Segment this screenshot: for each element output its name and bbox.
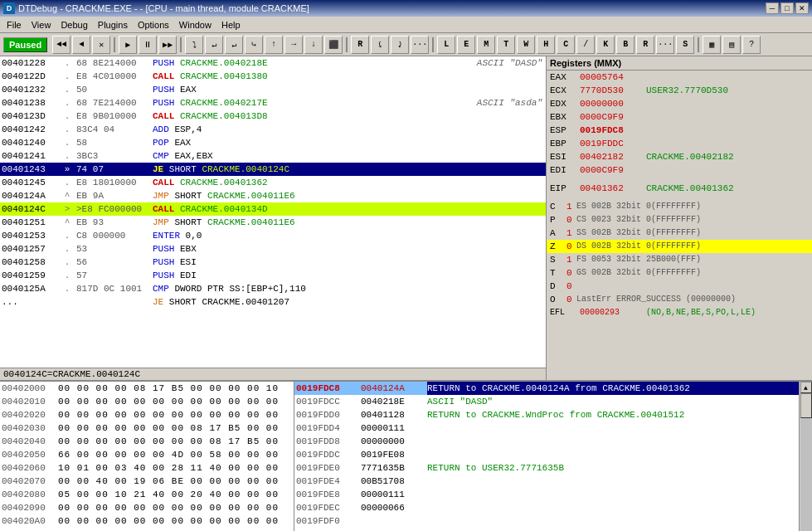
window-title: DTDebug - CRACKME.EXE - - [CPU - main th… bbox=[18, 3, 766, 13]
tb-btn-T[interactable]: T bbox=[497, 36, 515, 54]
tb-btn-B[interactable]: B bbox=[616, 36, 635, 54]
table-row[interactable]: ... JE SHORT CRACKME.00401207 bbox=[0, 295, 546, 309]
stack-row[interactable]: 0019FDF0 bbox=[294, 514, 799, 528]
scroll-up-button[interactable]: ▲ bbox=[800, 382, 812, 393]
menu-view[interactable]: View bbox=[27, 18, 56, 32]
tb-btn-up[interactable]: ↑ bbox=[265, 36, 283, 54]
table-row[interactable]: 00401240 . 58 POP EAX bbox=[0, 136, 546, 149]
table-row[interactable]: 0040124A ^ EB 9A JMP SHORT CRACKME.00401… bbox=[0, 189, 546, 202]
scroll-track[interactable] bbox=[800, 393, 812, 531]
stack-row[interactable]: 0019FDE8 00000111 bbox=[294, 488, 799, 501]
tb-btn-step-in[interactable]: ⤵ bbox=[185, 36, 203, 54]
hex-row[interactable]: 00402030 00 00 00 00 00 00 00 08 17 B5 0… bbox=[0, 421, 294, 435]
table-row[interactable]: 00401242 . 83C4 04 ADD ESP,4 bbox=[0, 123, 546, 136]
tb-btn-K[interactable]: K bbox=[596, 36, 615, 54]
stack-row[interactable]: 0019FDCC 0040218E ASCII "DASD" bbox=[294, 395, 799, 408]
tb-btn-rewind[interactable]: ◄◄ bbox=[52, 36, 71, 54]
tb-btn-back[interactable]: ◄ bbox=[72, 36, 90, 54]
tb-btn-pause[interactable]: ⏸ bbox=[139, 36, 157, 54]
table-row[interactable]: 00401232 . 50 PUSH EAX bbox=[0, 83, 546, 96]
table-row[interactable]: 00401228 . 68 8E214000 PUSH CRACKME.0040… bbox=[0, 56, 546, 70]
tb-btn-W[interactable]: W bbox=[517, 36, 535, 54]
reg-ebx: EBX 0000C9F9 bbox=[547, 110, 812, 124]
table-row-highlight[interactable]: 0040124C > >E8 FC000000 CALL CRACKME.004… bbox=[0, 202, 546, 216]
reg-esi: ESI 00402182 CRACKME.00402182 bbox=[547, 150, 812, 163]
stack-row[interactable]: 0019FDD4 00000111 bbox=[294, 421, 799, 435]
stack-panel: 0019FDC8 0040124A RETURN to CRACKME.0040… bbox=[294, 382, 799, 531]
tb-btn-C[interactable]: C bbox=[557, 36, 575, 54]
table-row[interactable]: 00401258 . 56 PUSH ESI bbox=[0, 256, 546, 269]
table-row[interactable]: 00401257 . 53 PUSH EBX bbox=[0, 242, 546, 256]
table-row[interactable]: 0040123D . E8 9B010000 CALL CRACKME.0040… bbox=[0, 110, 546, 123]
table-row-selected[interactable]: 00401243 » 74 07 JE SHORT CRACKME.004012… bbox=[0, 163, 546, 176]
stack-row[interactable]: 0019FDD0 00401128 RETURN to CRACKME.WndP… bbox=[294, 408, 799, 421]
tb-btn-S[interactable]: S bbox=[676, 36, 694, 54]
flag-t: T 0 GS 002B 32bit 0(FFFFFFFF) bbox=[547, 266, 812, 280]
table-row[interactable]: 0040125A . 817D 0C 1001 CMP DWORD PTR SS… bbox=[0, 282, 546, 295]
tb-btn-sq[interactable]: ⬛ bbox=[324, 36, 343, 54]
scroll-thumb[interactable] bbox=[800, 393, 812, 418]
menu-plugins[interactable]: Plugins bbox=[93, 18, 133, 32]
menu-file[interactable]: File bbox=[2, 18, 27, 32]
tb-btn-r[interactable]: R bbox=[351, 36, 369, 54]
stack-row[interactable]: 0019FDE0 7771635B RETURN to USER32.77716… bbox=[294, 461, 799, 475]
hex-row[interactable]: 00402070 00 00 40 00 19 06 BE 00 00 00 0… bbox=[0, 475, 294, 488]
table-row[interactable]: 0040122D . E8 4C010000 CALL CRACKME.0040… bbox=[0, 70, 546, 83]
tb-btn-H[interactable]: H bbox=[537, 36, 555, 54]
menu-bar: File View Debug Plugins Options Window H… bbox=[0, 17, 812, 33]
hex-row[interactable]: 00402040 00 00 00 00 00 00 00 00 08 17 B… bbox=[0, 435, 294, 448]
tb-btn-L[interactable]: L bbox=[437, 36, 455, 54]
hex-row[interactable]: 00402060 10 01 00 03 40 00 28 11 40 00 0… bbox=[0, 461, 294, 475]
table-row[interactable]: 00401253 . C8 000000 ENTER 0,0 bbox=[0, 229, 546, 242]
menu-debug[interactable]: Debug bbox=[56, 18, 92, 32]
title-bar: D DTDebug - CRACKME.EXE - - [CPU - main … bbox=[0, 0, 812, 17]
tb-btn-more1[interactable]: ··· bbox=[411, 36, 429, 54]
tb-btn-help[interactable]: ? bbox=[742, 36, 761, 54]
reg-efl: EFL 00000293 (NO,B,NE,BE,S,PO,L,LE) bbox=[547, 306, 812, 319]
tb-btn-list[interactable]: ▤ bbox=[722, 36, 741, 54]
menu-window[interactable]: Window bbox=[174, 18, 216, 32]
stack-row[interactable]: 0019FDE4 00B51708 bbox=[294, 475, 799, 488]
hex-row[interactable]: 004020A0 00 00 00 00 00 00 00 00 00 00 0… bbox=[0, 514, 294, 528]
tb-btn-redo[interactable]: ⤸ bbox=[391, 36, 409, 54]
menu-help[interactable]: Help bbox=[216, 18, 246, 32]
tb-btn-run2[interactable]: ▶▶ bbox=[158, 36, 177, 54]
tb-btn-step-out[interactable]: ↵ bbox=[225, 36, 243, 54]
table-row[interactable]: 00401251 ^ EB 93 JMP SHORT CRACKME.00401… bbox=[0, 216, 546, 229]
stack-row[interactable]: 0019FDDC 0019FE08 bbox=[294, 448, 799, 461]
hex-row[interactable]: 00402010 00 00 00 00 00 00 00 00 00 00 0… bbox=[0, 395, 294, 408]
menu-options[interactable]: Options bbox=[133, 18, 174, 32]
minimize-button[interactable]: ─ bbox=[766, 2, 779, 14]
tb-btn-grid[interactable]: ▦ bbox=[703, 36, 721, 54]
tb-btn-run[interactable]: ▶ bbox=[119, 36, 137, 54]
hex-row[interactable]: 00402020 00 00 00 00 00 00 00 00 00 00 0… bbox=[0, 408, 294, 421]
stack-row-selected[interactable]: 0019FDC8 0040124A RETURN to CRACKME.0040… bbox=[294, 382, 799, 395]
tb-btn-step-over[interactable]: ↵ bbox=[205, 36, 223, 54]
tb-btn-E[interactable]: E bbox=[457, 36, 475, 54]
tb-btn-down[interactable]: ↓ bbox=[304, 36, 323, 54]
tb-sep-3 bbox=[346, 37, 348, 52]
hex-row[interactable]: 00402090 00 00 00 00 00 00 00 00 00 00 0… bbox=[0, 501, 294, 514]
tb-btn-more2[interactable]: ··· bbox=[656, 36, 674, 54]
table-row[interactable]: 00401238 . 68 7E214000 PUSH CRACKME.0040… bbox=[0, 96, 546, 110]
hex-row[interactable]: 00402080 05 00 00 10 21 40 00 20 40 00 0… bbox=[0, 488, 294, 501]
tb-btn-right[interactable]: → bbox=[284, 36, 303, 54]
tb-btn-R2[interactable]: R bbox=[636, 36, 654, 54]
table-row[interactable]: 00401245 . E8 18010000 CALL CRACKME.0040… bbox=[0, 176, 546, 189]
maximize-button[interactable]: □ bbox=[780, 2, 794, 14]
right-scrollbar[interactable]: ▲ ▼ bbox=[799, 382, 812, 531]
tb-btn-undo[interactable]: ⤹ bbox=[371, 36, 389, 54]
stack-row[interactable]: 0019FDD8 00000000 bbox=[294, 435, 799, 448]
tb-btn-step-over2[interactable]: ⤷ bbox=[245, 36, 263, 54]
hex-row[interactable]: 00402050 66 00 00 00 00 00 4D 00 58 00 0… bbox=[0, 448, 294, 461]
table-row[interactable]: 00401259 . 57 PUSH EDI bbox=[0, 269, 546, 282]
close-button[interactable]: ✕ bbox=[795, 2, 809, 14]
reg-ecx: ECX 7770D530 USER32.7770D530 bbox=[547, 84, 812, 97]
table-row[interactable]: 00401241 . 3BC3 CMP EAX,EBX bbox=[0, 149, 546, 163]
tb-btn-stop[interactable]: ✕ bbox=[92, 36, 110, 54]
tb-btn-slash[interactable]: / bbox=[576, 36, 595, 54]
flag-c: C 1 ES 002B 32bit 0(FFFFFFFF) bbox=[547, 200, 812, 213]
stack-row[interactable]: 0019FDEC 00000066 bbox=[294, 501, 799, 514]
tb-btn-M[interactable]: M bbox=[477, 36, 495, 54]
hex-row[interactable]: 00402000 00 00 00 00 08 17 B5 00 00 00 0… bbox=[0, 382, 294, 395]
